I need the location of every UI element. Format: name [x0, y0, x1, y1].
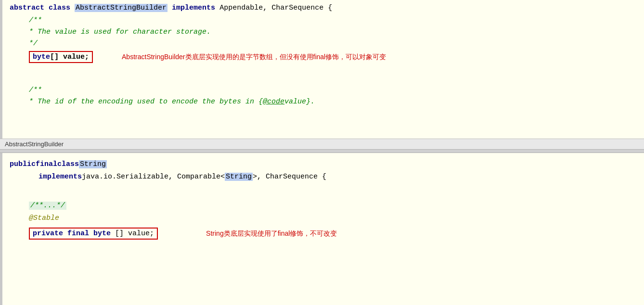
kw-class2: class [57, 160, 79, 168]
line-4: */ [10, 39, 634, 51]
bottom-empty-2 [10, 197, 634, 202]
code-content-top: abstract class AbstractStringBuilder imp… [0, 0, 644, 109]
line-5: byte[] value; AbstractStringBuilder类底层实现… [10, 51, 634, 63]
kw-public: public [10, 160, 36, 168]
annotation-text-2: String类底层实现使用了final修饰，不可改变 [206, 229, 337, 238]
comment-open-2: /** [29, 86, 42, 94]
annotation-text-1: AbstractStringBuilder类底层实现使用的是字节数组，但没有使用… [122, 53, 386, 62]
classname-asb: AbstractStringBuilder [75, 4, 167, 12]
kw-byte2: byte [93, 229, 111, 238]
bottom-line-comment: /**...*/ [10, 202, 634, 213]
annotation-stable: @Stable [29, 214, 59, 222]
comment-collapsed: /**...*/ [29, 202, 66, 210]
top-panel: abstract class AbstractStringBuilder imp… [0, 0, 644, 149]
line-empty-1 [10, 67, 634, 78]
line-9: * The id of the encoding used to encode … [10, 98, 634, 109]
bottom-line-1: public final class String [10, 160, 634, 172]
kw-abstract: abstract [10, 4, 44, 12]
interface-appendable: Appendable, CharSequence { [219, 4, 332, 12]
code-content-bottom: public final class String implements jav… [0, 153, 644, 240]
implements-rest: >, CharSequence { [253, 173, 326, 181]
field-boxed-2: private final byte [] value; [29, 228, 158, 240]
left-accent-top [0, 0, 2, 149]
line1-code: abstract class AbstractStringBuilder imp… [10, 4, 332, 12]
implements-types: java.io.Serializable, Comparable< [82, 173, 225, 181]
kw-class: class [49, 4, 75, 12]
status-text-top: AbstractStringBuilder [5, 140, 64, 148]
line-8: /** [10, 86, 634, 98]
kw-private: private [33, 229, 63, 238]
at-code: @code [263, 98, 284, 106]
line-2: /** [10, 16, 634, 28]
line-3: * The value is used for character storag… [10, 28, 634, 39]
field-boxed-1: byte[] value; [29, 51, 93, 63]
bottom-line-stable: @Stable [10, 214, 634, 226]
left-accent-bottom [0, 153, 2, 305]
kw-final: final [36, 160, 57, 168]
comment-open: /** [29, 16, 42, 25]
kw-implements2: implements [39, 173, 82, 181]
bottom-empty-1 [10, 185, 634, 197]
comment-text-1: * The value is used for character storag… [29, 28, 211, 36]
line-1: abstract class AbstractStringBuilder imp… [10, 4, 634, 15]
classname-string: String [79, 160, 107, 168]
bottom-line-field: private final byte [] value; String类底层实现… [10, 228, 634, 240]
field-type-1: byte [33, 53, 50, 61]
panel-separator [0, 149, 644, 153]
comment-close-1: */ [29, 39, 38, 48]
bottom-line-2: implements java.io.Serializable, Compara… [10, 173, 634, 184]
status-bar-top: AbstractStringBuilder [0, 139, 644, 149]
bottom-panel: public final class String implements jav… [0, 153, 644, 305]
kw-implements: implements [172, 4, 219, 12]
comment-text-2: * The id of the encoding used to encode … [29, 98, 263, 106]
field-decl-1: [] value; [50, 53, 89, 61]
comment-text-2b: value}. [284, 98, 315, 106]
comparable-string: String [225, 173, 253, 181]
field-rest: [] value; [115, 229, 154, 238]
kw-final2: final [67, 229, 89, 238]
